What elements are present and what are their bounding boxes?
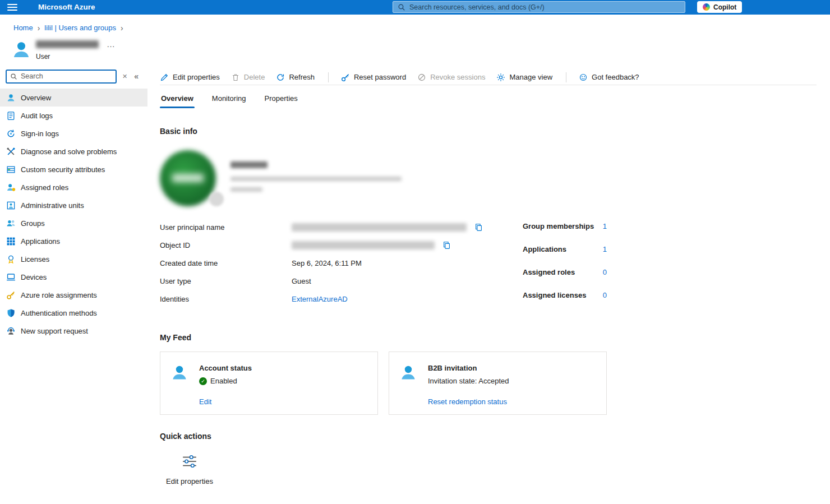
sidebar-nav: Overview Audit logs Sign-in logs Diagnos… [0, 89, 147, 340]
sidebar-item-custom-security-attributes[interactable]: Custom security attributes [0, 160, 147, 178]
trash-icon [231, 73, 240, 82]
divider [566, 72, 566, 82]
avatar-camera-badge[interactable] [209, 192, 224, 206]
diagnose-icon [6, 147, 16, 156]
user-name-redacted [36, 40, 99, 48]
sidebar-search[interactable] [6, 70, 117, 84]
stat-assigned-licenses: Assigned licenses 0 [523, 291, 607, 299]
my-feed-cards: Account status ✓ Enabled Edit B2B invita… [160, 352, 817, 415]
quick-action-label: Edit properties [166, 477, 213, 485]
user-type-value: Guest [292, 277, 311, 285]
reset-redemption-status-link[interactable]: Reset redemption status [428, 397, 596, 406]
applications-count-link[interactable]: 1 [603, 245, 607, 253]
global-search[interactable] [393, 1, 685, 13]
sidebar-search-input[interactable] [21, 72, 112, 80]
page-subtitle: User [36, 53, 116, 61]
copilot-icon [703, 3, 710, 11]
field-identities: Identities ExternalAzureAD [160, 293, 496, 305]
edit-account-status-link[interactable]: Edit [199, 397, 367, 406]
field-created-date-time: Created date time Sep 6, 2024, 6:11 PM [160, 257, 496, 269]
sidebar-item-assigned-roles[interactable]: Assigned roles [0, 178, 147, 196]
identities-link[interactable]: ExternalAzureAD [292, 295, 348, 303]
key-icon [341, 73, 350, 82]
copy-icon[interactable] [442, 241, 451, 249]
sidebar-item-authentication-methods[interactable]: Authentication methods [0, 304, 147, 322]
divider [328, 72, 329, 82]
user-avatar-icon [11, 40, 31, 60]
tab-bar: Overview Monitoring Properties [160, 93, 817, 108]
sidebar-item-licenses[interactable]: Licenses [0, 250, 147, 268]
groups-icon [6, 219, 16, 228]
search-icon [398, 3, 405, 11]
stat-applications: Applications 1 [523, 245, 607, 253]
sidebar-item-administrative-units[interactable]: Administrative units [0, 196, 147, 214]
licenses-icon [6, 255, 16, 264]
support-icon [6, 326, 16, 336]
sidebar-item-groups[interactable]: Groups [0, 214, 147, 232]
reset-password-button[interactable]: Reset password [341, 73, 406, 82]
card-title: Account status [199, 364, 367, 372]
tab-properties[interactable]: Properties [264, 93, 299, 108]
field-user-principal-name: User principal name [160, 221, 496, 233]
global-search-input[interactable] [409, 3, 680, 11]
refresh-button[interactable]: Refresh [276, 73, 315, 82]
field-user-type: User type Guest [160, 275, 496, 287]
edit-properties-button[interactable]: Edit properties [160, 73, 220, 82]
administrative-units-icon [6, 201, 16, 210]
sidebar-item-new-support-request[interactable]: New support request [0, 322, 147, 340]
quick-actions-title: Quick actions [160, 432, 817, 441]
created-date-value: Sep 6, 2024, 6:11 PM [292, 259, 362, 267]
field-object-id: Object ID [160, 239, 496, 251]
profile-summary-redacted [230, 161, 402, 206]
upn-value-redacted [292, 223, 467, 232]
stat-assigned-roles: Assigned roles 0 [523, 268, 607, 276]
person-icon [170, 364, 188, 382]
overview-person-icon [6, 93, 16, 103]
b2b-invitation-card: B2B invitation Invitation state: Accepte… [389, 352, 607, 415]
sidebar-item-diagnose[interactable]: Diagnose and solve problems [0, 142, 147, 160]
sidebar: ✕ « Overview Audit logs Sign-in logs Dia… [0, 70, 147, 340]
copy-icon[interactable] [474, 223, 483, 232]
breadcrumb: Home › lilil | Users and groups › [0, 15, 830, 32]
collapse-sidebar-icon[interactable]: « [134, 72, 139, 81]
got-feedback-button[interactable]: Got feedback? [579, 73, 639, 82]
content: Edit properties Delete Refresh Reset pas… [147, 70, 830, 485]
breadcrumb-home[interactable]: Home [13, 24, 33, 32]
assigned-licenses-count-link[interactable]: 0 [603, 291, 607, 299]
tab-monitoring[interactable]: Monitoring [211, 93, 247, 108]
sidebar-item-applications[interactable]: Applications [0, 232, 147, 250]
manage-view-button[interactable]: Manage view [496, 73, 552, 82]
sidebar-item-azure-role-assignments[interactable]: Azure role assignments [0, 286, 147, 304]
sidebar-item-devices[interactable]: Devices [0, 268, 147, 286]
app-title[interactable]: Microsoft Azure [38, 3, 95, 11]
sidebar-item-audit-logs[interactable]: Audit logs [0, 107, 147, 124]
applications-icon [6, 237, 16, 246]
sidebar-item-sign-in-logs[interactable]: Sign-in logs [0, 124, 147, 142]
basic-info-stats: Group memberships 1 Applications 1 Assig… [523, 222, 607, 314]
audit-logs-icon [6, 111, 16, 121]
assigned-roles-count-link[interactable]: 0 [603, 268, 607, 276]
menu-icon[interactable] [7, 4, 17, 11]
more-button[interactable]: … [107, 41, 116, 47]
breadcrumb-chevron-icon: › [38, 24, 40, 32]
object-id-value-redacted [292, 241, 435, 249]
tab-overview[interactable]: Overview [160, 93, 195, 108]
quick-action-edit-properties[interactable]: Edit properties [160, 453, 219, 485]
account-status-card: Account status ✓ Enabled Edit [160, 352, 378, 415]
person-icon [399, 364, 417, 382]
custom-security-attributes-icon [6, 165, 16, 174]
sliders-icon [181, 453, 198, 470]
sidebar-item-overview[interactable]: Overview [0, 89, 147, 107]
breadcrumb-users-and-groups[interactable]: lilil | Users and groups [44, 24, 116, 32]
command-bar: Edit properties Delete Refresh Reset pas… [160, 70, 817, 85]
delete-button: Delete [231, 73, 265, 82]
check-icon: ✓ [199, 377, 207, 385]
gear-icon [496, 73, 505, 82]
clear-search-icon[interactable]: ✕ [122, 73, 127, 80]
invitation-state-value: Invitation state: Accepted [428, 377, 509, 385]
group-memberships-count-link[interactable]: 1 [603, 222, 607, 230]
stat-group-memberships: Group memberships 1 [523, 222, 607, 230]
copilot-button[interactable]: Copilot [697, 1, 742, 13]
shield-icon [6, 308, 16, 318]
feedback-icon [579, 73, 588, 82]
